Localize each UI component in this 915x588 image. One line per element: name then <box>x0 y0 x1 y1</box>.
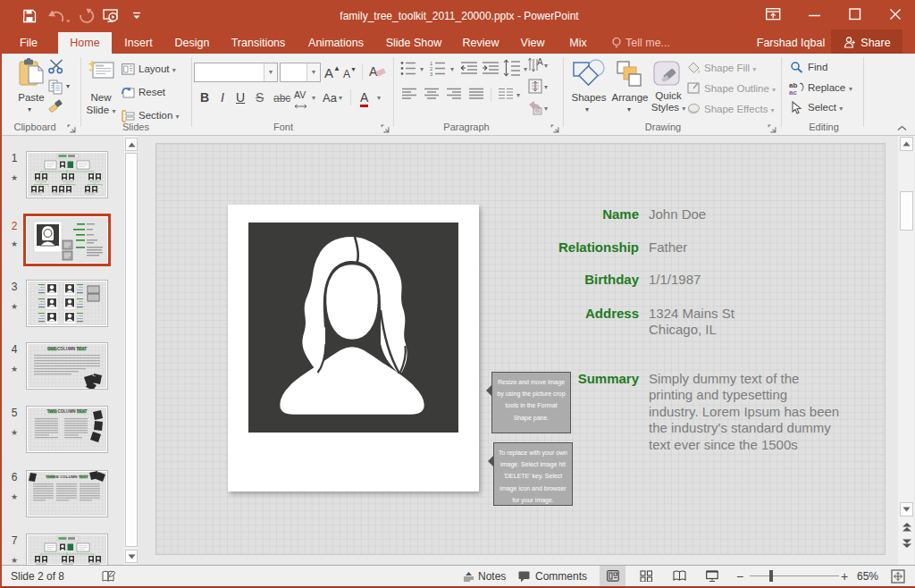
svg-text:A: A <box>537 57 543 67</box>
svg-text:ac: ac <box>789 88 797 95</box>
svg-text:3: 3 <box>430 71 432 77</box>
